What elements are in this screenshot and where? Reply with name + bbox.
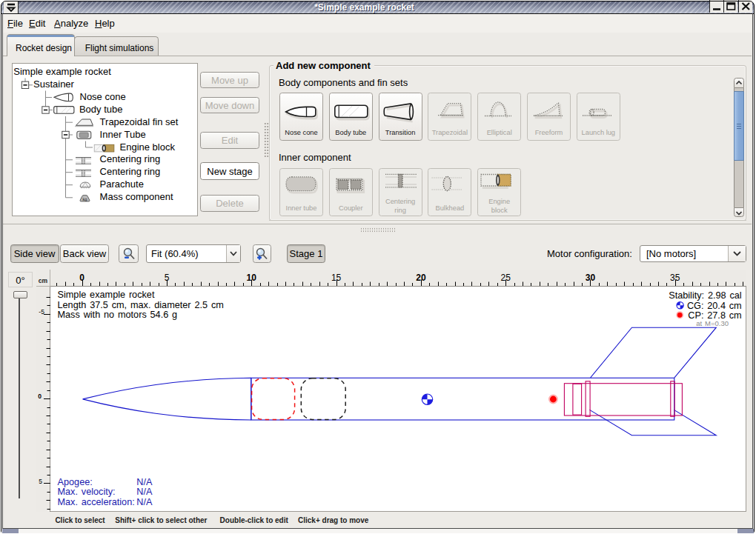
- svg-text:Centering ring: Centering ring: [100, 153, 161, 164]
- svg-text:Stability: 2.98 cal: Stability: 2.98 cal: [669, 290, 742, 301]
- svg-text:Apogee:: Apogee:: [58, 477, 93, 487]
- svg-text:Body tube: Body tube: [79, 104, 123, 115]
- svg-text:Parachute: Parachute: [100, 178, 144, 190]
- svg-text:Nose cone: Nose cone: [80, 91, 126, 102]
- svg-text:Inner Tube: Inner Tube: [100, 129, 146, 140]
- svg-text:10: 10: [247, 273, 257, 283]
- svg-text:25: 25: [501, 273, 511, 283]
- svg-text:Mass with no motors 54.6 g: Mass with no motors 54.6 g: [58, 310, 178, 320]
- svg-text:Centering ring: Centering ring: [100, 166, 161, 177]
- svg-text:N/A: N/A: [136, 477, 153, 487]
- svg-text:kg: kg: [83, 197, 87, 201]
- svg-text:0: 0: [38, 393, 42, 400]
- svg-text:-5: -5: [39, 308, 44, 316]
- svg-text:at M=0.30: at M=0.30: [696, 319, 729, 327]
- svg-text:20: 20: [416, 273, 426, 283]
- svg-text:30: 30: [586, 273, 596, 283]
- svg-text:Length 37.5 cm, max. diameter: Length 37.5 cm, max. diameter 2.5 cm: [58, 300, 224, 310]
- svg-text:Max. acceleration:: Max. acceleration:: [58, 497, 135, 507]
- svg-text:Simple example rocket: Simple example rocket: [13, 66, 111, 77]
- svg-text:15: 15: [331, 273, 342, 283]
- svg-text:Sustainer: Sustainer: [33, 79, 75, 90]
- svg-text:Engine block: Engine block: [120, 141, 176, 153]
- svg-text:Trapezoidal fin set: Trapezoidal fin set: [100, 116, 179, 127]
- svg-text:Simple example rocket: Simple example rocket: [58, 290, 155, 300]
- svg-text:CG: 20.4 cm: CG: 20.4 cm: [687, 301, 742, 311]
- svg-text:0: 0: [79, 273, 84, 283]
- svg-text:N/A: N/A: [136, 487, 153, 497]
- svg-text:N/A: N/A: [136, 497, 153, 507]
- svg-text:5: 5: [165, 273, 170, 283]
- svg-text:35: 35: [670, 273, 680, 283]
- svg-text:5: 5: [39, 478, 42, 485]
- svg-text:Max. velocity:: Max. velocity:: [58, 487, 116, 497]
- svg-text:Mass component: Mass component: [100, 191, 173, 202]
